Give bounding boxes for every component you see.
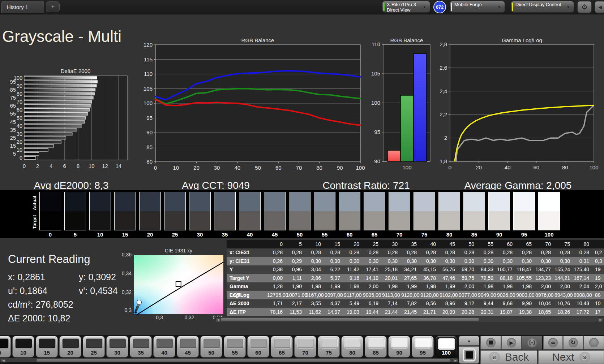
- table-cell: 0,31: [574, 257, 593, 266]
- scroll-right-icon[interactable]: ▶: [453, 359, 458, 363]
- table-cell: 5,37: [325, 274, 344, 283]
- single-measure-button[interactable]: [-]: [522, 336, 542, 350]
- table-scrollbar[interactable]: ◀ ▶: [215, 317, 603, 322]
- meter-mode: Direct View: [387, 7, 411, 13]
- table-cell: 69,70: [459, 265, 478, 274]
- table-scrollbar-thumb[interactable]: [221, 318, 479, 321]
- table-cell: 2,00: [554, 282, 574, 291]
- grayscale-swatch: [39, 192, 61, 230]
- stop-button[interactable]: [480, 336, 501, 350]
- table-cell: 3,55: [305, 299, 325, 308]
- table-cell: 9117,00: [344, 291, 363, 300]
- grayscale-level-button[interactable]: 30: [106, 336, 128, 358]
- svg-text:110: 110: [144, 71, 153, 77]
- grayscale-level-button[interactable]: 95: [412, 336, 434, 358]
- grayscale-swatch-strip: Actual Target 05101520253035404550556065…: [0, 190, 604, 238]
- table-cell: 0,28: [286, 248, 305, 257]
- grayscale-level-button[interactable]: 65: [271, 336, 293, 358]
- reading-u: u': 0,1864: [8, 286, 47, 296]
- target-row-label: Target: [32, 213, 37, 231]
- scroll-left-icon[interactable]: ◀: [1, 359, 6, 363]
- measurement-table: 05101520253035404550556065707580x: CIE31…: [227, 240, 604, 316]
- grayscale-level-button[interactable]: 80: [341, 336, 363, 358]
- measured-point-marker: [137, 300, 142, 305]
- current-reading-title: Current Reading: [8, 253, 90, 266]
- collapse-panel-button[interactable]: ◀: [595, 1, 604, 13]
- grayscale-level-button[interactable]: 75: [318, 336, 340, 358]
- back-button[interactable]: « Back: [480, 350, 537, 364]
- reading-x: x: 0,2861: [8, 272, 45, 282]
- meter-selector[interactable]: X-Rite i1Pro 3 Direct View ▼: [382, 1, 430, 13]
- swatch-level-label: 30: [189, 231, 211, 238]
- table-cell: 88: [593, 291, 604, 300]
- grayscale-level-button[interactable]: 60: [247, 336, 269, 358]
- grayscale-level-button[interactable]: 35: [130, 336, 152, 358]
- table-cell: 0,2: [593, 248, 604, 257]
- table-row-label: Gamma Log/Log: [227, 282, 267, 291]
- table-cell: 14,97: [325, 308, 344, 317]
- grayscale-level-button[interactable]: 15: [36, 336, 58, 358]
- table-cell: 17,72: [574, 308, 593, 317]
- grayscale-level-button[interactable]: 85: [365, 336, 387, 358]
- swatch-level-label: 95: [513, 231, 535, 238]
- level-scrollbar[interactable]: ◀ ▶: [0, 358, 458, 363]
- table-header-cell: 45: [440, 240, 459, 248]
- grayscale-level-button[interactable]: 90: [388, 336, 410, 358]
- tab-history[interactable]: History 1: [1, 1, 44, 13]
- grayscale-level-button[interactable]: 40: [153, 336, 175, 358]
- swatch-level-label: 45: [264, 231, 286, 238]
- svg-text:40: 40: [234, 165, 240, 171]
- play-icon: ▶: [507, 338, 516, 347]
- table-cell: 19: [593, 265, 604, 274]
- table-cell: 1,99: [401, 282, 420, 291]
- table-cell: 0,28: [497, 248, 516, 257]
- grayscale-level-button[interactable]: 50: [200, 336, 222, 358]
- table-cell: 6,22: [325, 265, 344, 274]
- level-scrollbar-thumb[interactable]: [37, 359, 450, 362]
- settings-button[interactable]: ⚙: [577, 1, 592, 13]
- table-header-cell: 40: [420, 240, 440, 248]
- next-button[interactable]: Next »: [538, 350, 604, 364]
- cie-x-tick: 0,32: [179, 315, 200, 320]
- grayscale-level-button[interactable]: 70: [294, 336, 316, 358]
- swatch-level-label: 100: [538, 231, 560, 238]
- source-selector[interactable]: Mobile Forge ▼: [450, 1, 505, 13]
- svg-text:2: 2: [444, 135, 447, 141]
- reading-luminance: cd/m²: 276,8052: [8, 299, 73, 310]
- swatch-level-label: 5: [64, 231, 86, 238]
- display-control-selector[interactable]: Direct Display Control ▼: [511, 1, 574, 13]
- table-cell: 9,90: [516, 299, 535, 308]
- grayscale-level-button[interactable]: 55: [224, 336, 246, 358]
- svg-text:110: 110: [372, 41, 380, 47]
- pattern-window-button[interactable]: [459, 346, 479, 364]
- grayscale-level-button[interactable]: 45: [177, 336, 199, 358]
- reading-v: v': 0,4534: [79, 286, 118, 296]
- table-cell: 3,04: [305, 265, 325, 274]
- svg-text:50: 50: [255, 165, 261, 171]
- continuous-measure-button[interactable]: ∞: [543, 336, 563, 350]
- grayscale-level-button[interactable]: 10: [12, 336, 34, 358]
- pattern-up-button[interactable]: ▲: [459, 336, 479, 346]
- table-cell: 47,46: [440, 274, 459, 283]
- scroll-left-icon[interactable]: ◀: [215, 317, 221, 322]
- add-tab-button[interactable]: +: [46, 1, 60, 12]
- grayscale-level-button[interactable]: 25: [83, 336, 105, 358]
- table-cell: 9,68: [497, 299, 516, 308]
- pattern-window-icon: [463, 348, 476, 361]
- grayscale-level-button[interactable]: 5: [0, 336, 11, 358]
- table-cell: 0,28: [401, 248, 420, 257]
- table-cell: 20,01: [382, 274, 401, 283]
- table-cell: 118,47: [516, 265, 535, 274]
- table-cell: 0,28: [516, 248, 535, 257]
- grayscale-level-button[interactable]: 100: [435, 336, 457, 358]
- swatch-level-label: 10: [89, 231, 111, 238]
- table-cell: 9077,00: [459, 291, 478, 300]
- grayscale-level-button[interactable]: 20: [59, 336, 81, 358]
- table-cell: 34,21: [401, 265, 420, 274]
- svg-text:40: 40: [505, 164, 511, 170]
- re-measure-button[interactable]: ↻: [563, 336, 583, 350]
- play-button[interactable]: ▶: [501, 336, 522, 350]
- extra-control-button[interactable]: [583, 336, 604, 350]
- table-cell: 56,76: [440, 265, 459, 274]
- scroll-right-icon[interactable]: ▶: [598, 317, 603, 322]
